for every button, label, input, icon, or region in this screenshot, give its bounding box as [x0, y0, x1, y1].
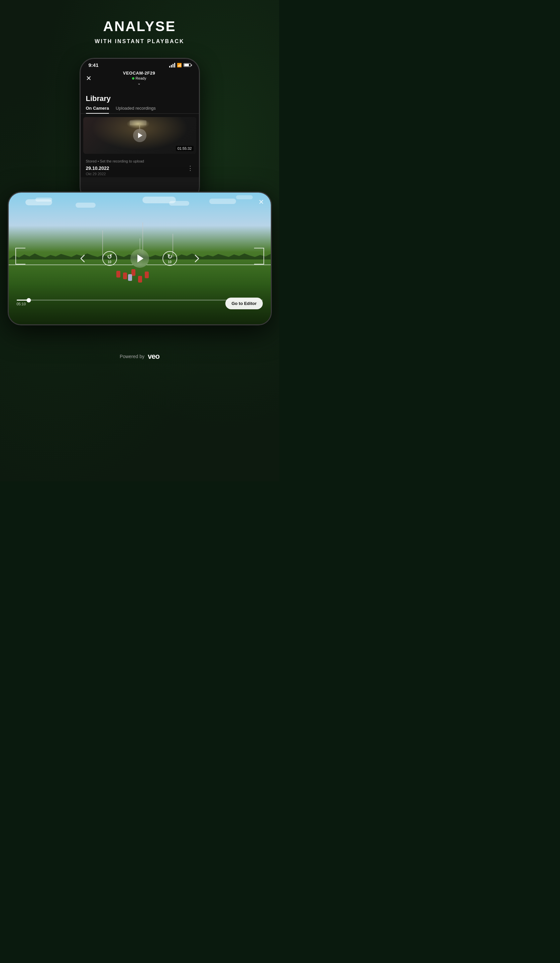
recording-date: 29.10.2022 — [86, 165, 109, 171]
goal-left — [15, 248, 26, 264]
tab-uploaded-recordings[interactable]: Uploaded recordings — [116, 105, 156, 113]
camera-status: Ready — [123, 76, 155, 80]
tab-on-camera[interactable]: On Camera — [86, 105, 109, 113]
tabs-container: On Camera Uploaded recordings — [81, 105, 199, 114]
landscape-phone-mockup: ✕ ↺ 10 — [8, 191, 272, 325]
status-icons: 📶 — [169, 63, 191, 68]
duration-badge: 01:55:32 — [176, 146, 194, 151]
chevron-down-icon[interactable]: ⌄ — [123, 81, 155, 86]
phone-frame: 9:41 📶 ✕ VEOC — [79, 58, 200, 202]
next-button[interactable] — [191, 253, 202, 264]
back-button[interactable] — [77, 253, 89, 264]
status-dot-icon — [132, 77, 134, 79]
footer: Powered by veo — [120, 352, 159, 361]
stored-text: Stored • Set the recording to upload — [86, 159, 194, 163]
play-pause-button[interactable] — [130, 249, 149, 268]
powered-by-text: Powered by — [120, 354, 144, 359]
goal-right — [254, 248, 264, 264]
camera-header: ✕ VEOCAM-2F29 Ready ⌄ — [81, 69, 199, 89]
library-section: Library On Camera Uploaded recordings — [81, 89, 199, 177]
phone-mockup: 9:41 📶 ✕ VEOC — [79, 58, 200, 202]
close-button[interactable]: ✕ — [86, 74, 92, 82]
camera-name: VEOCAM-2F29 — [123, 71, 155, 76]
status-text: Ready — [136, 76, 146, 80]
wifi-icon: 📶 — [177, 63, 182, 68]
recording-date-row: 29.10.2022 ⋮ — [86, 164, 194, 172]
play-icon — [138, 133, 142, 138]
rewind-button[interactable]: ↺ 10 — [102, 251, 117, 266]
veo-logo: veo — [148, 352, 159, 361]
status-bar: 9:41 📶 — [81, 59, 199, 69]
battery-icon — [183, 63, 191, 67]
library-title: Library — [81, 89, 199, 105]
signal-bars-icon — [169, 63, 175, 68]
recording-info: Stored • Set the recording to upload 29.… — [81, 157, 199, 177]
status-time: 9:41 — [89, 62, 99, 68]
forward-button[interactable]: ↻ 10 — [162, 251, 177, 266]
play-button[interactable] — [133, 129, 146, 142]
page-headline: ANALYSE — [103, 18, 176, 34]
go-to-editor-button[interactable]: Go to Editor — [225, 298, 262, 309]
recording-subdate: Okt 29 2022 — [86, 172, 194, 176]
progress-thumb[interactable] — [27, 298, 31, 302]
page-subheadline: WITH INSTANT PLAYBACK — [95, 39, 184, 44]
camera-info: VEOCAM-2F29 Ready ⌄ — [123, 71, 155, 86]
play-icon-large — [138, 255, 143, 263]
more-options-icon[interactable]: ⋮ — [187, 164, 194, 172]
close-video-button[interactable]: ✕ — [259, 198, 264, 206]
landscape-frame: ✕ ↺ 10 — [8, 191, 272, 325]
video-thumbnail[interactable]: 01:55:32 — [83, 117, 196, 154]
video-controls: ↺ 10 ↻ 10 — [77, 249, 202, 268]
